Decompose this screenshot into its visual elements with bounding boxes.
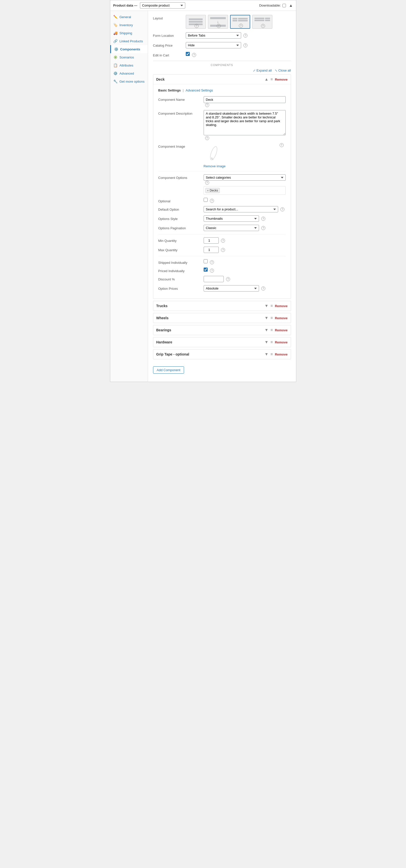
catalog-price-select[interactable]: Hide Show Calculate (186, 42, 241, 49)
component-deck-header: Deck ▲ ≡ Remove (153, 74, 291, 84)
component-name-label: Component Name (158, 96, 204, 101)
collapse-arrow[interactable]: ▲ (289, 3, 293, 8)
component-name-input[interactable] (204, 96, 286, 103)
component-grip-tape-expand-btn[interactable]: ▼ (265, 352, 269, 356)
component-trucks-remove-btn[interactable]: Remove (275, 304, 288, 308)
layout-option-2[interactable]: ↓ ? (208, 15, 228, 29)
component-bearings-remove-btn[interactable]: Remove (275, 328, 288, 332)
sidebar-item-attributes[interactable]: 📋 Attributes (110, 61, 148, 69)
sidebar-item-linked-products[interactable]: 🔗 Linked Products (110, 37, 148, 45)
optional-help-icon[interactable]: ? (210, 199, 214, 203)
component-hardware-remove-btn[interactable]: Remove (275, 340, 288, 344)
component-options-help-icon[interactable]: ? (205, 181, 209, 185)
component-image-help-icon[interactable]: ? (280, 143, 284, 147)
max-quantity-help-icon[interactable]: ? (221, 248, 225, 252)
options-tags: × Decks (204, 186, 286, 195)
component-wheels-remove-btn[interactable]: Remove (275, 316, 288, 320)
sidebar-item-inventory[interactable]: 🏷️ Inventory (110, 21, 148, 29)
tag-decks-remove[interactable]: × (207, 189, 209, 192)
layout1-help-icon[interactable]: ? (195, 24, 199, 28)
sidebar-item-shipping[interactable]: 🚚 Shipping (110, 29, 148, 37)
options-style-select[interactable]: Thumbnails Dropdowns Radios (204, 215, 259, 222)
component-description-textarea[interactable]: A standard skateboard deck width is betw… (204, 110, 286, 135)
discount-input[interactable] (204, 276, 224, 282)
component-options-select[interactable]: Select categories Select products (204, 174, 286, 181)
layout2-help-icon[interactable]: ? (217, 24, 221, 28)
option-prices-select[interactable]: Absolute Relative (204, 285, 259, 291)
component-trucks-expand-btn[interactable]: ▼ (265, 304, 269, 308)
min-quantity-label: Min Quantity (158, 237, 204, 243)
layout-option-4[interactable]: ? (252, 15, 272, 29)
default-option-select[interactable]: Search for a product... (204, 206, 278, 212)
component-grip-tape-title: Grip Tape - optional (156, 352, 265, 356)
options-style-label: Options Style (158, 215, 204, 221)
product-type-select[interactable]: Composite product Simple product Variabl… (140, 2, 185, 8)
max-quantity-input[interactable] (204, 247, 219, 253)
panel-body: ✏️ General 🏷️ Inventory 🚚 Shipping 🔗 Lin… (110, 11, 296, 382)
tab-basic-settings[interactable]: Basic Settings (158, 88, 181, 92)
component-deck-reorder-btn[interactable]: ≡ (271, 77, 273, 82)
form-location-help-icon[interactable]: ? (243, 33, 247, 37)
shipped-individually-label: Shipped Individually (158, 259, 204, 265)
close-all-button[interactable]: ⤡ Close all (275, 68, 291, 72)
component-options-row: Component Options Select categories Sele… (158, 174, 286, 195)
priced-individually-help-icon[interactable]: ? (210, 269, 214, 273)
component-wheels-reorder-btn[interactable]: ≡ (271, 316, 273, 320)
form-location-control: Before Tabs After Summary Before Cart ? (186, 32, 291, 38)
tab-advanced-settings[interactable]: Advanced Settings (185, 88, 213, 92)
option-prices-help-icon[interactable]: ? (261, 286, 265, 290)
component-hardware-controls: ▼ ≡ Remove (265, 340, 288, 344)
priced-individually-checkbox[interactable] (204, 268, 208, 272)
layout4-help-icon[interactable]: ? (261, 24, 265, 28)
pencil-icon: ✏️ (113, 15, 117, 19)
sidebar-item-advanced[interactable]: ⚙️ Advanced (110, 69, 148, 78)
options-style-help-icon[interactable]: ? (261, 217, 265, 221)
component-grip-tape-reorder-btn[interactable]: ≡ (271, 352, 273, 356)
options-pagination-help-icon[interactable]: ? (261, 226, 265, 230)
optional-control: ? (204, 198, 286, 203)
form-location-select[interactable]: Before Tabs After Summary Before Cart (186, 32, 241, 38)
sidebar-item-scenarios[interactable]: ✳️ Scenarios (110, 53, 148, 61)
component-name-help-icon[interactable]: ? (205, 103, 209, 107)
sidebar-item-get-more[interactable]: 🔧 Get more options (110, 78, 148, 85)
max-quantity-label: Max Quantity (158, 247, 204, 252)
component-bearings-expand-btn[interactable]: ▼ (265, 328, 269, 332)
component-trucks-reorder-btn[interactable]: ≡ (271, 304, 273, 308)
shipped-individually-checkbox[interactable] (204, 259, 208, 263)
options-pagination-label: Options Pagination (158, 225, 204, 230)
expand-all-button[interactable]: ⤢ Expand all (253, 68, 272, 72)
min-quantity-help-icon[interactable]: ? (221, 239, 225, 243)
layout-option-3[interactable]: ? (230, 15, 250, 29)
options-pagination-control: Classic Infinite Scroll ? (204, 225, 286, 231)
edit-in-cart-checkbox[interactable] (186, 52, 190, 56)
options-pagination-row: Options Pagination Classic Infinite Scro… (158, 225, 286, 231)
component-deck-collapse-btn[interactable]: ▲ (265, 77, 269, 82)
component-hardware-expand-btn[interactable]: ▼ (265, 340, 269, 344)
layout3-help-icon[interactable]: ? (239, 24, 243, 28)
component-wheels-title: Wheels (156, 316, 265, 320)
options-pagination-select[interactable]: Classic Infinite Scroll (204, 225, 259, 231)
component-name-control: ? (204, 96, 286, 107)
component-hardware-reorder-btn[interactable]: ≡ (271, 340, 273, 344)
add-component-button[interactable]: Add Component (153, 366, 184, 374)
optional-checkbox[interactable] (204, 198, 208, 202)
component-wheels-controls: ▼ ≡ Remove (265, 316, 288, 320)
remove-image-link[interactable]: Remove image (204, 164, 286, 168)
sidebar-item-general[interactable]: ✏️ General (110, 13, 148, 21)
component-wheels-expand-btn[interactable]: ▼ (265, 316, 269, 320)
discount-help-icon[interactable]: ? (226, 277, 230, 281)
component-description-help-icon[interactable]: ? (205, 136, 209, 140)
component-bearings-reorder-btn[interactable]: ≡ (271, 328, 273, 332)
catalog-price-help-icon[interactable]: ? (243, 43, 247, 48)
shipped-individually-help-icon[interactable]: ? (210, 260, 214, 264)
downloadable-checkbox[interactable] (282, 4, 286, 7)
layout-option-1[interactable]: ? (186, 15, 206, 29)
component-grip-tape-remove-btn[interactable]: Remove (275, 352, 288, 356)
default-option-help-icon[interactable]: ? (280, 207, 284, 211)
layout-row: Layout ? (153, 15, 291, 29)
min-quantity-input[interactable] (204, 237, 219, 244)
edit-in-cart-help-icon[interactable]: ? (192, 53, 196, 57)
component-deck-remove-btn[interactable]: Remove (275, 78, 288, 82)
sidebar-item-components[interactable]: ⚙️ Components (110, 45, 148, 53)
component-image-placeholder[interactable] (204, 143, 224, 163)
